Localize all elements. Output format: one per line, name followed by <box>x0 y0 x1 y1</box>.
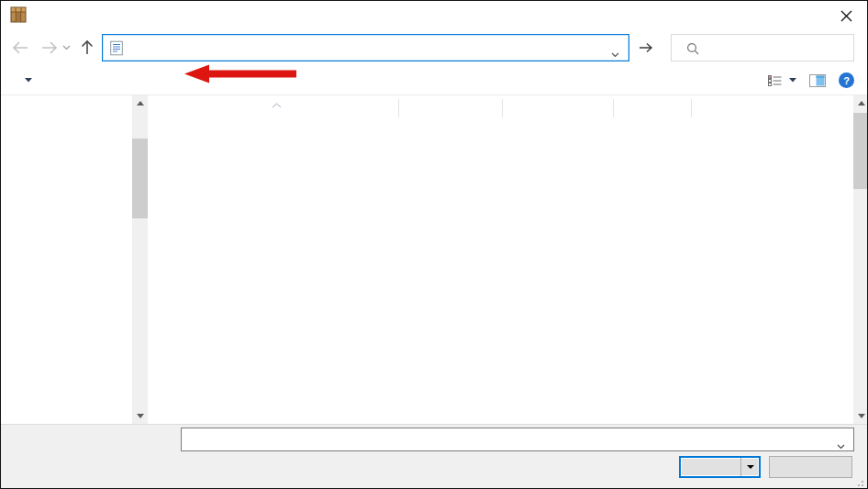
column-separator[interactable] <box>398 99 399 117</box>
open-file-dialog: ? <box>0 0 868 489</box>
recent-locations-button[interactable] <box>60 28 72 66</box>
list-view-icon <box>768 75 782 86</box>
forward-arrow-icon <box>41 41 58 54</box>
file-list <box>161 95 852 424</box>
back-button[interactable] <box>8 28 32 66</box>
file-name-dropdown-icon[interactable] <box>837 439 845 452</box>
organize-menu[interactable] <box>19 78 32 83</box>
dialog-footer <box>1 424 867 489</box>
scroll-down-icon[interactable] <box>853 408 868 424</box>
sidebar-scroll-thumb[interactable] <box>132 139 148 218</box>
open-button[interactable] <box>679 456 761 478</box>
resize-grip-icon[interactable] <box>856 479 863 486</box>
chevron-down-icon <box>62 45 71 50</box>
help-button[interactable]: ? <box>839 72 854 88</box>
column-separator[interactable] <box>691 99 692 117</box>
search-icon <box>686 42 699 58</box>
close-icon <box>840 10 852 22</box>
list-scroll-thumb[interactable] <box>853 113 868 189</box>
views-button[interactable] <box>768 75 796 86</box>
scroll-up-icon[interactable] <box>132 95 148 111</box>
navigation-pane <box>1 95 132 424</box>
up-button[interactable] <box>76 28 98 66</box>
file-name-input[interactable] <box>181 428 854 451</box>
sort-ascending-icon <box>272 96 282 110</box>
app-crate-icon <box>10 6 27 23</box>
scroll-up-icon[interactable] <box>853 95 868 111</box>
list-body <box>161 122 852 424</box>
scroll-down-icon[interactable] <box>132 408 148 424</box>
up-arrow-icon <box>81 39 94 55</box>
caret-down-icon <box>25 78 32 83</box>
back-arrow-icon <box>12 41 28 54</box>
go-arrow-icon <box>639 42 653 53</box>
forward-button[interactable] <box>38 28 61 66</box>
help-icon: ? <box>843 75 850 86</box>
go-to-button[interactable] <box>632 34 660 61</box>
caret-down-icon <box>789 78 796 83</box>
cancel-button[interactable] <box>769 456 852 478</box>
title-bar <box>1 1 867 28</box>
open-split-dropdown[interactable] <box>740 458 759 476</box>
column-separator[interactable] <box>502 99 503 117</box>
address-dropdown-icon[interactable] <box>611 47 619 61</box>
column-separator[interactable] <box>613 99 614 117</box>
dialog-content <box>1 95 868 424</box>
close-button[interactable] <box>834 7 858 24</box>
preview-pane-button[interactable] <box>809 74 826 87</box>
preview-pane-icon <box>809 74 826 87</box>
sidebar-scrollbar[interactable] <box>132 95 148 424</box>
list-header <box>161 95 852 121</box>
search-box[interactable] <box>671 34 854 61</box>
caret-down-icon <box>747 465 754 469</box>
command-bar: ? <box>1 66 867 95</box>
location-document-icon <box>110 40 123 56</box>
address-bar[interactable] <box>102 34 629 61</box>
navigation-bar <box>1 28 867 66</box>
list-scrollbar[interactable] <box>853 95 868 424</box>
